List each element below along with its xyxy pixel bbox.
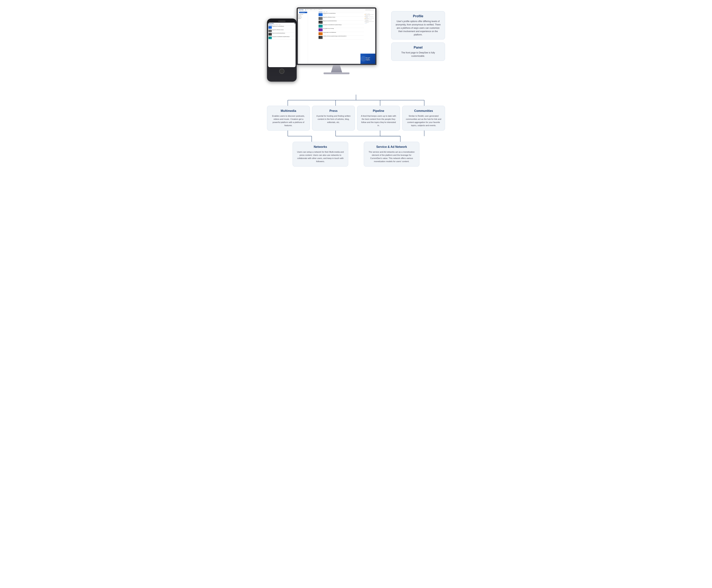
ds-feed-text-5: This Year Will Be The Year of Technology… xyxy=(323,28,364,31)
top-connectors-svg xyxy=(267,94,445,106)
service-ad-box: Service & Ad Network The service and Ad … xyxy=(364,142,419,167)
press-box: Press A portal for hosting and finding w… xyxy=(312,106,355,131)
ds-subnav-subs[interactable]: Subs xyxy=(324,12,325,13)
ds-thumb-6: MINING xyxy=(319,32,323,35)
monitor-base xyxy=(324,72,349,74)
ds-rv-item-1: Why is User Experience so Important for … xyxy=(365,14,375,16)
bottom-row: Networks Users can setup a network for t… xyxy=(267,142,445,167)
ds-feed-item-5: POST This Year Will Be The Year of Techn… xyxy=(319,28,364,32)
ds-world-text: The worldas youimagined xyxy=(366,57,370,61)
communities-text: Similar to Reddit, user-generated commun… xyxy=(405,114,442,127)
multimedia-box: Multimedia Enables users to discover pod… xyxy=(267,106,310,131)
phone-search-icon[interactable]: 🔍 xyxy=(294,23,295,24)
ds-feed-text-2: Driving the Future of Blockchains: Concl… xyxy=(323,17,364,20)
middle-connectors xyxy=(267,131,445,142)
panel-text: The front page to DeepSee is fully custo… xyxy=(395,51,441,58)
panel-title: Panel xyxy=(395,46,441,49)
press-title: Press xyxy=(315,109,352,112)
phone-tab-insights[interactable]: INSIG... xyxy=(279,24,281,26)
ds-rv-title: RECENTLY VIEWED xyxy=(365,13,375,14)
videos-icon xyxy=(298,16,299,16)
phone-thumb-3 xyxy=(268,33,272,36)
ds-search-placeholder: Search the Deepsee... xyxy=(366,9,371,10)
phone-screen: DEEPSEE 🔍 COMMUNITIES VIDEOS ARTICLES IN… xyxy=(268,23,296,67)
profile-title: Profile xyxy=(395,14,441,18)
service-ad-title: Service & Ad Network xyxy=(368,145,415,149)
phone-tab-communities[interactable]: COMMUNITIES xyxy=(268,24,273,26)
ds-view-more[interactable]: View More xyxy=(365,23,375,24)
devices-area: DEEPSEE 🔍 COMMUNITIES VIDEOS ARTICLES IN… xyxy=(267,7,382,97)
communities-icon xyxy=(298,14,299,15)
phone-item-2-text: Driving the Future of Blockchains: Concl… xyxy=(272,30,284,32)
ds-sidebar-pages[interactable]: PAGES xyxy=(298,18,307,19)
ds-feed-item-1: POST 10 Reliable Sources To Learn About … xyxy=(319,13,364,17)
ds-header: DEEPSEE TOP NEW TRENDING RISING ALL COMM… xyxy=(298,8,375,11)
middle-connectors-svg xyxy=(267,131,445,142)
ds-logo: DEEPSEE xyxy=(299,9,304,10)
articles-icon xyxy=(298,17,299,18)
ds-rv-dot-2 xyxy=(365,16,365,17)
ds-thumb-2 xyxy=(319,17,323,20)
ds-search-bar[interactable]: Search the Deepsee... xyxy=(365,9,374,10)
ds-rv-dot-1 xyxy=(365,15,365,15)
phone-tab-videos[interactable]: VIDEOS xyxy=(273,24,275,26)
ds-subnav-communities[interactable]: COMMUNITIES xyxy=(319,12,322,13)
service-ad-text: The service and Ad networks act as a mon… xyxy=(368,150,415,163)
ds-nav-trending[interactable]: TRENDING xyxy=(309,9,313,10)
phone-feed-item-3: Eliminate Your Fears And Doubts About Bl… xyxy=(268,33,295,36)
multimedia-title: Multimedia xyxy=(270,109,307,112)
bottom-spacer xyxy=(350,142,362,167)
phone-item-3-text: Eliminate Your Fears And Doubts About Bl… xyxy=(272,33,285,36)
monitor-outer: DEEPSEE TOP NEW TRENDING RISING ALL COMM… xyxy=(297,7,376,65)
ds-nav-new[interactable]: NEW xyxy=(307,9,308,10)
networks-box: Networks Users can setup a network for t… xyxy=(293,142,348,167)
phone-item-1-text: 10 Reliable Sources To Learn About Block… xyxy=(272,26,284,29)
ds-world-circle xyxy=(361,56,366,62)
phone-feed-item: 10 Reliable Sources To Learn About Block… xyxy=(268,26,295,29)
ds-sidebar-articles[interactable]: ARTICLES xyxy=(298,17,307,18)
phone-thumb-4 xyxy=(268,37,272,39)
ds-world-overlay: The worldas youimagined xyxy=(361,54,375,64)
ds-rv-item-2: Ten Ingenious Ways You Can Do With Block… xyxy=(365,16,375,18)
deepsee-screen: DEEPSEE TOP NEW TRENDING RISING ALL COMM… xyxy=(298,8,375,64)
ds-nav-top[interactable]: TOP xyxy=(305,9,306,10)
ds-feed-text-1: 10 Reliable Sources To Learn About Block… xyxy=(323,13,364,16)
ds-feed-item-7: Opinion You Will Never Think That Learni… xyxy=(319,36,364,40)
ds-post-button[interactable]: Post Something xyxy=(299,12,307,13)
phone-feed-item-4: Five Preparations You Should Make Before… xyxy=(268,37,295,40)
networks-text: Users can setup a network for their Mult… xyxy=(297,150,344,163)
ds-sidebar: Post Something COMMUNITIES V xyxy=(298,11,308,64)
pages-icon xyxy=(298,18,299,19)
ds-feed-item-2: Driving the Future of Blockchains: Concl… xyxy=(319,17,364,21)
ds-sub-nav: COMMUNITIES Subs Share xyxy=(319,12,364,13)
phone-tab-articles[interactable]: ARTICLES xyxy=(276,24,279,26)
pipeline-text: A feed that keeps users up to date with … xyxy=(360,114,397,127)
monitor-screen: DEEPSEE TOP NEW TRENDING RISING ALL COMM… xyxy=(298,8,375,64)
communities-title: Communities xyxy=(405,109,442,112)
ds-feed-text-3: Eliminate Your Fears And Doubts About Bl… xyxy=(323,21,364,24)
profile-box: Profile User's profile options offer dif… xyxy=(391,11,445,40)
phone-screen-content: DEEPSEE 🔍 COMMUNITIES VIDEOS ARTICLES IN… xyxy=(268,23,296,67)
press-text: A portal for hosting and finding written… xyxy=(315,114,352,124)
right-info-boxes: Profile User's profile options offer dif… xyxy=(391,7,445,61)
phone-mockup: DEEPSEE 🔍 COMMUNITIES VIDEOS ARTICLES IN… xyxy=(267,19,297,82)
ds-feed-item-3: ARTICLE Eliminate Your Fears And Doubts … xyxy=(319,21,364,24)
pipeline-title: Pipeline xyxy=(360,109,397,112)
ds-thumb-4: IMAGE xyxy=(319,25,323,28)
ds-recently-viewed: RECENTLY VIEWED Why is User Experience s… xyxy=(365,13,375,24)
ds-sidebar-communities[interactable]: COMMUNITIES xyxy=(298,14,307,15)
phone-thumb-2 xyxy=(268,30,272,32)
top-connectors xyxy=(267,94,445,106)
top-section: DEEPSEE 🔍 COMMUNITIES VIDEOS ARTICLES IN… xyxy=(267,7,445,97)
ds-thumb-1: POST xyxy=(319,13,323,16)
phone-tabs: COMMUNITIES VIDEOS ARTICLES INSIG... xyxy=(268,24,295,26)
ds-rv-dot-3 xyxy=(365,18,365,19)
phone-home-button[interactable] xyxy=(279,69,284,74)
ds-nav-rising[interactable]: RISING xyxy=(314,9,316,10)
ds-subnav-share[interactable]: Share xyxy=(326,12,327,13)
ds-feed-item-4: IMAGE Five Preparations You Should Make … xyxy=(319,25,364,28)
ds-nav-all[interactable]: ALL COMMUNITIES xyxy=(317,9,322,10)
ds-sidebar-videos[interactable]: VIDEOS xyxy=(298,15,307,17)
ds-feed-text-4: Five Preparations You Should Make Before… xyxy=(323,25,364,28)
monitor-mockup: DEEPSEE TOP NEW TRENDING RISING ALL COMM… xyxy=(297,7,376,78)
